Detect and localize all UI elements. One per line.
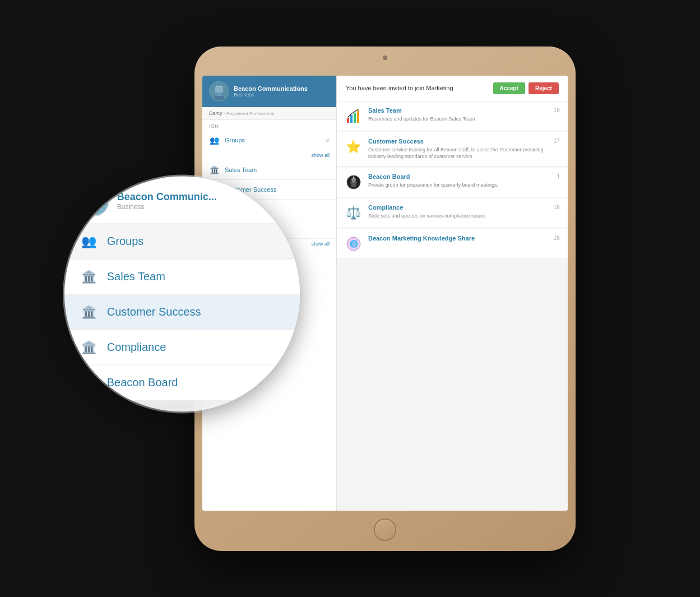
group-item-customer-success[interactable]: ⭐ Customer Success Customer service trai… bbox=[337, 132, 568, 166]
svg-rect-5 bbox=[347, 118, 349, 123]
svg-rect-20 bbox=[91, 191, 95, 193]
magnifier-compliance-icon: 🏛️ bbox=[80, 340, 98, 354]
magnifier-groups-icon: 👥 bbox=[80, 234, 98, 248]
magnifier-beacon-board-label: Beacon Board bbox=[107, 376, 178, 389]
customer-success-name: Customer Success bbox=[368, 138, 548, 145]
magnifier-groups-label: Groups bbox=[107, 235, 144, 248]
svg-rect-18 bbox=[90, 201, 96, 205]
magnifier-nav: 👥 Groups 🏛️ Sales Team 🏛️ Customer Succe… bbox=[64, 224, 300, 411]
magnifier-company-type: Business bbox=[117, 203, 286, 211]
nav-section-label: ion bbox=[202, 120, 336, 131]
customer-success-info: Customer Success Customer service traini… bbox=[368, 138, 548, 160]
invite-text: You have been invited to join Marketing bbox=[346, 85, 453, 91]
sales-team-icon: 🏛️ bbox=[209, 165, 220, 174]
company-type: Business bbox=[234, 92, 330, 98]
magnifier-content: Beacon Communic... Business 👥 Groups 🏛️ … bbox=[64, 176, 300, 411]
sidebar-header: Beacon Communications Business bbox=[202, 76, 336, 107]
reject-button[interactable]: Reject bbox=[529, 82, 559, 94]
svg-point-10 bbox=[351, 178, 356, 182]
sales-team-info: Sales Team Resources and updates for Bea… bbox=[368, 107, 548, 123]
magnifier-customer-success-icon: 🏛️ bbox=[80, 304, 98, 319]
magnifier-nav-beacon-board[interactable]: 🔒 Beacon Board bbox=[64, 365, 300, 400]
groups-list: Sales Team Resources and updates for Bea… bbox=[337, 101, 568, 511]
svg-rect-3 bbox=[217, 92, 221, 96]
customer-success-group-icon: ⭐ bbox=[345, 138, 363, 156]
compliance-group-icon: ⚖️ bbox=[345, 204, 363, 222]
customer-success-count: 17 bbox=[554, 138, 560, 144]
scene: Beacon Communications Business Darcy · R… bbox=[0, 0, 700, 597]
show-all-groups[interactable]: show all bbox=[202, 150, 336, 160]
magnifier-compliance-label: Compliance bbox=[107, 341, 166, 354]
beacon-marketing-info: Beacon Marketing Knowledge Share bbox=[368, 235, 548, 243]
beacon-board-count: 1 bbox=[557, 173, 560, 179]
accept-button[interactable]: Accept bbox=[493, 82, 525, 94]
avatar-image bbox=[209, 81, 229, 101]
compliance-name: Compliance bbox=[368, 204, 548, 211]
svg-rect-4 bbox=[215, 96, 224, 100]
invite-banner: You have been invited to join Marketing … bbox=[337, 76, 568, 101]
group-item-beacon-board[interactable]: Beacon Board Private group for preparati… bbox=[337, 168, 568, 197]
beacon-board-info: Beacon Board Private group for preparati… bbox=[368, 173, 551, 189]
company-name: Beacon Communications bbox=[234, 85, 330, 92]
beacon-board-desc: Private group for preparation for quarte… bbox=[368, 182, 551, 189]
magnifier-overlay: Beacon Communic... Business 👥 Groups 🏛️ … bbox=[64, 176, 300, 411]
svg-rect-12 bbox=[351, 183, 356, 187]
sales-team-label: Sales Team bbox=[225, 166, 257, 173]
sales-team-group-icon bbox=[345, 107, 363, 125]
group-item-compliance[interactable]: ⚖️ Compliance Slide sets and quizzes on … bbox=[337, 198, 568, 228]
svg-rect-11 bbox=[350, 182, 357, 183]
beacon-marketing-group-icon: 🌐 bbox=[345, 235, 363, 253]
svg-rect-8 bbox=[357, 110, 359, 123]
beacon-marketing-count: 16 bbox=[554, 235, 560, 241]
ipad-camera bbox=[383, 55, 387, 60]
svg-rect-6 bbox=[350, 115, 353, 123]
magnifier-nav-customer-success[interactable]: 🏛️ Customer Success bbox=[64, 294, 300, 330]
magnifier-company-name: Beacon Communic... bbox=[117, 191, 286, 203]
user-name: Darcy · Registered Professional bbox=[209, 110, 330, 116]
groups-icon: 👥 bbox=[209, 136, 220, 145]
sales-team-desc: Resources and updates for Beacon Sales T… bbox=[368, 115, 548, 123]
group-item-beacon-marketing[interactable]: 🌐 Beacon Marketing Knowledge Share 16 bbox=[337, 229, 568, 259]
beacon-marketing-name: Beacon Marketing Knowledge Share bbox=[368, 235, 548, 242]
magnifier-nav-compliance[interactable]: 🏛️ Compliance bbox=[64, 330, 300, 365]
magnifier-sales-label: Sales Team bbox=[107, 270, 165, 283]
main-content: You have been invited to join Marketing … bbox=[337, 76, 568, 511]
invite-actions: Accept Reject bbox=[493, 82, 559, 94]
magnifier-sales-icon: 🏛️ bbox=[80, 269, 98, 284]
customer-success-desc: Customer service training for all Beacon… bbox=[368, 146, 548, 160]
user-info: Darcy · Registered Professional bbox=[202, 107, 336, 120]
compliance-info: Compliance Slide sets and quizzes on var… bbox=[368, 204, 548, 220]
magnifier-company: Beacon Communic... Business bbox=[117, 191, 286, 211]
svg-rect-19 bbox=[87, 205, 100, 211]
beacon-board-name: Beacon Board bbox=[368, 173, 551, 180]
magnifier-nav-groups[interactable]: 👥 Groups bbox=[64, 224, 300, 259]
beacon-board-group-icon bbox=[345, 173, 363, 191]
magnifier-avatar bbox=[78, 185, 109, 216]
svg-rect-7 bbox=[354, 113, 356, 123]
svg-text:🌐: 🌐 bbox=[349, 239, 358, 248]
sidebar-item-groups[interactable]: 👥 Groups st bbox=[202, 131, 336, 150]
st-badge: st bbox=[326, 137, 330, 143]
ipad-home-button[interactable] bbox=[374, 519, 396, 541]
groups-label: Groups bbox=[225, 137, 245, 144]
magnifier-beacon-board-icon: 🔒 bbox=[80, 375, 98, 390]
sidebar-company-info: Beacon Communications Business bbox=[234, 85, 330, 98]
compliance-desc: Slide sets and quizzes on various compli… bbox=[368, 212, 548, 220]
magnifier-nav-sales-team[interactable]: 🏛️ Sales Team bbox=[64, 259, 300, 294]
sales-team-name: Sales Team bbox=[368, 107, 548, 114]
magnifier-customer-success-label: Customer Success bbox=[107, 306, 201, 318]
svg-rect-2 bbox=[215, 87, 223, 92]
group-item-sales-team[interactable]: Sales Team Resources and updates for Bea… bbox=[337, 101, 568, 131]
magnifier-header: Beacon Communic... Business bbox=[64, 176, 300, 224]
sales-team-count: 16 bbox=[554, 107, 560, 113]
svg-rect-17 bbox=[88, 194, 99, 201]
compliance-count: 16 bbox=[554, 204, 560, 210]
svg-rect-1 bbox=[216, 86, 222, 87]
avatar bbox=[209, 81, 229, 101]
